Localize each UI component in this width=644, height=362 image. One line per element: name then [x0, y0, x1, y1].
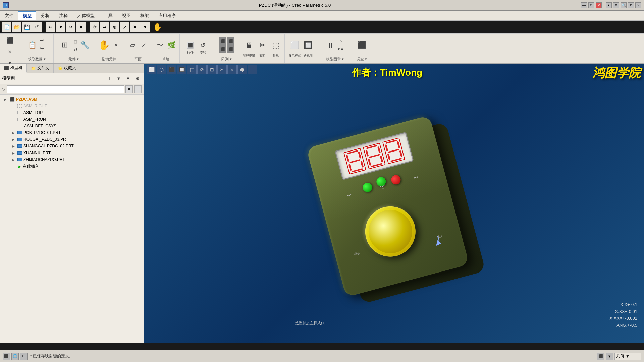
array-icon-4[interactable]: ⬛ — [227, 45, 234, 53]
new-button[interactable]: 📄 — [2, 22, 11, 32]
vp-icon-11[interactable]: ☐ — [248, 65, 257, 74]
sketch-icon-2[interactable]: 🌿 — [166, 40, 177, 50]
getdata-icon-3[interactable]: ↪ — [38, 45, 46, 52]
sketch-icon-1[interactable]: 〜 — [155, 40, 165, 50]
regen-button[interactable]: ⟳ — [90, 22, 99, 32]
tree-item-shanggai[interactable]: ▶ SHANGGAI_PZDC_02.PRT — [0, 143, 144, 149]
comp-icon-2[interactable]: ⊡ — [72, 38, 80, 45]
rotate-icon[interactable]: ↺ — [197, 40, 209, 50]
undo-arrow-button[interactable]: ▾ — [56, 22, 65, 32]
tab-favorites[interactable]: ⭐ 收藏夹 — [54, 64, 80, 73]
op-icon-1[interactable]: ⬛ — [5, 35, 15, 46]
menu-annotation[interactable]: 注释 — [54, 11, 72, 20]
add-button[interactable]: ⊕ — [110, 22, 119, 32]
vp-icon-10[interactable]: ⬢ — [237, 65, 247, 74]
expand-pzdc-asm[interactable]: ▶ — [3, 97, 8, 102]
menu-model[interactable]: 模型 — [18, 11, 36, 20]
vp-icon-8[interactable]: ✂ — [217, 65, 227, 74]
status-icon-3[interactable]: ☐ — [20, 353, 28, 360]
vp-icon-1[interactable]: ⬜ — [147, 65, 156, 74]
drag-icon-cursor[interactable]: ✋ — [98, 37, 111, 53]
status-dropdown-geometry[interactable]: 几何 ▼ — [614, 353, 641, 360]
status-icon-r1[interactable]: ⬛ — [597, 353, 604, 360]
stamp-icon-1[interactable]: [] — [325, 40, 336, 50]
plane-icon-1[interactable]: ▱ — [127, 40, 138, 50]
nav-down-button[interactable]: ▼ — [613, 2, 619, 8]
vp-icon-2[interactable]: ⬡ — [157, 65, 166, 74]
stamp-icon-2[interactable]: ⌂ — [337, 37, 345, 45]
menu-view[interactable]: 视图 — [117, 11, 136, 20]
status-icon-1[interactable]: ⬛ — [3, 353, 10, 360]
comp-icon-4[interactable]: 🔧 — [81, 37, 89, 53]
tree-item-xuanniu[interactable]: ▶ XUANNIU.PRT — [0, 149, 144, 156]
refresh-button[interactable]: ↺ — [32, 22, 42, 32]
menu-tools[interactable]: 工具 — [99, 11, 117, 20]
tree-item-pzdc-asm[interactable]: ▶ ⬛ PZDC.ASM — [0, 96, 144, 103]
close-button[interactable]: ✕ — [596, 2, 602, 8]
transfer-button[interactable]: ⇌ — [100, 22, 109, 32]
tree-item-zhijiao[interactable]: ▶ ZHIJIAOCHAZUO.PRT — [0, 156, 144, 163]
extrude-icon[interactable]: 🔳 — [184, 40, 196, 50]
expand-pcb[interactable]: ▶ — [11, 130, 16, 135]
search-button[interactable]: 🔍 — [621, 2, 627, 8]
comp-assemble[interactable]: ⊞ — [59, 37, 71, 53]
array-icon-3[interactable]: ⬛ — [219, 45, 226, 53]
tree-sort-btn[interactable]: ▼ — [115, 74, 123, 82]
tree-item-hougai[interactable]: ▶ HOUGAI_PZDC_03.PRT — [0, 136, 144, 143]
redo-button[interactable]: ↪ — [66, 22, 75, 32]
tree-item-asm-csys[interactable]: ⊕ ASM_DEF_CSYS — [0, 123, 144, 129]
op-icon-2[interactable]: ✕ — [5, 46, 15, 57]
tree-item-asm-front[interactable]: ASM_FRONT — [0, 116, 144, 123]
getdata-icon-2[interactable]: ↩ — [38, 37, 46, 44]
tree-item-asm-top[interactable]: ASM_TOP — [0, 109, 144, 116]
tree-options-btn[interactable]: ▼ — [124, 74, 132, 82]
vp-icon-5[interactable]: ⬚ — [187, 65, 197, 74]
vp-icon-4[interactable]: 🔲 — [177, 65, 186, 74]
plane-icon-2[interactable]: ⟋ — [138, 40, 149, 50]
vp-icon-3[interactable]: ⬛ — [167, 65, 176, 74]
help-button[interactable]: ? — [635, 2, 641, 8]
close-win-button[interactable]: ✕ — [130, 22, 140, 32]
tree-item-pcb[interactable]: ▶ PCB_PZDC_01.PRT — [0, 129, 144, 136]
menu-frame[interactable]: 框架 — [136, 11, 154, 20]
nav-up-button[interactable]: ▲ — [606, 2, 612, 8]
status-icon-2[interactable]: 🌐 — [11, 353, 19, 360]
expand-shanggai[interactable]: ▶ — [11, 143, 16, 149]
vp-icon-9[interactable]: ✕ — [227, 65, 237, 74]
save-button[interactable]: 💾 — [22, 22, 32, 32]
tree-item-insert[interactable]: ➤ 在此插入 — [0, 163, 144, 170]
comp-icon-3[interactable]: ↺ — [72, 46, 80, 53]
open-button[interactable]: 📂 — [12, 22, 21, 32]
display-style-icon[interactable]: ⬜ — [289, 37, 301, 54]
appearance-icon[interactable]: ⬚ — [270, 37, 282, 54]
array-icon-2[interactable]: ⬛ — [227, 37, 234, 45]
vp-icon-6[interactable]: ⊘ — [197, 65, 207, 74]
expand-hougai[interactable]: ▶ — [11, 137, 16, 142]
expand-zhijiao[interactable]: ▶ — [11, 157, 16, 162]
menu-analysis[interactable]: 分析 — [36, 11, 54, 20]
menu-human-model[interactable]: 人体模型 — [72, 11, 99, 20]
expand-xuanniu[interactable]: ▶ — [11, 150, 16, 156]
settings-button[interactable]: ⚙ — [628, 2, 634, 8]
filter-clear-btn[interactable]: ✕ — [125, 85, 133, 93]
getdata-icon-1[interactable]: 📋 — [28, 37, 37, 53]
minimize-button[interactable]: — — [581, 2, 587, 8]
vp-icon-7[interactable]: ⊞ — [207, 65, 217, 74]
filter-add-btn[interactable]: + — [134, 85, 142, 93]
drag-icon-2[interactable]: ✕ — [112, 41, 120, 49]
menu-file[interactable]: 文件 — [0, 11, 18, 20]
tree-settings-btn[interactable]: ⚙ — [133, 74, 142, 82]
filter-input[interactable] — [7, 85, 124, 93]
tree-filter-btn[interactable]: T — [105, 74, 113, 82]
undo-button[interactable]: ↩ — [46, 22, 55, 32]
section-icon[interactable]: ✂ — [256, 37, 268, 54]
menu-applications[interactable]: 应用程序 — [154, 11, 180, 20]
status-icon-r2[interactable]: ▼ — [606, 353, 613, 360]
array-icon-1[interactable]: ⬛ — [219, 37, 226, 45]
viewport[interactable]: ⬜ ⬡ ⬛ 🔲 ⬚ ⊘ ⊞ ✂ ✕ ⬢ ☐ 作者：TimWong 鸿图学院 — [144, 64, 644, 343]
perspective-icon[interactable]: 🔲 — [302, 37, 314, 54]
redo-arrow-button[interactable]: ▾ — [76, 22, 86, 32]
export-button[interactable]: ↗ — [120, 22, 129, 32]
tab-folders[interactable]: 📁 文件夹 — [27, 64, 54, 73]
stamp-icon-3[interactable]: d= — [337, 45, 345, 53]
